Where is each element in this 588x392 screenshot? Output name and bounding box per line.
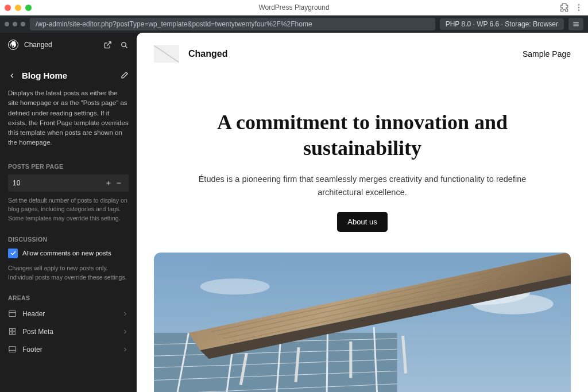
footer-icon [8, 345, 17, 354]
panel-header: Blog Home [0, 57, 137, 86]
allow-comments-checkbox[interactable] [8, 249, 18, 258]
discussion-label: DISCUSSION [0, 229, 137, 246]
browser-menu-icon[interactable] [574, 3, 583, 12]
posts-per-page-value[interactable]: 10 [13, 179, 103, 187]
areas-label: AREAS [0, 288, 137, 305]
extensions-icon[interactable] [560, 3, 570, 12]
hero-section: A commitment to innovation and sustainab… [167, 110, 558, 232]
pg-dot [21, 22, 25, 26]
svg-point-0 [578, 4, 579, 5]
increment-button[interactable] [103, 178, 114, 188]
preview-site-title[interactable]: Changed [188, 49, 227, 59]
hero-image[interactable] [154, 253, 571, 392]
discussion-help: Changes will apply to new posts only. In… [0, 261, 137, 288]
post-meta-icon [8, 327, 17, 336]
playground-url-bar[interactable]: /wp-admin/site-editor.php?postType=wp_te… [30, 18, 435, 30]
header-icon [8, 309, 17, 318]
traffic-lights [5, 5, 32, 11]
panel-description: Displays the latest posts as either the … [0, 86, 137, 156]
posts-per-page-label: POSTS PER PAGE [0, 156, 137, 173]
svg-rect-16 [13, 332, 15, 334]
sidebar-header: Changed [0, 33, 137, 57]
editor-sidebar: Changed Blog Home Displays the latest po… [0, 33, 137, 392]
svg-point-22 [200, 279, 270, 295]
decrement-button[interactable] [114, 178, 124, 188]
playground-menu-button[interactable] [568, 18, 583, 30]
area-item-footer[interactable]: Footer [0, 340, 137, 358]
edit-icon[interactable] [120, 71, 129, 80]
svg-point-1 [578, 7, 579, 8]
pg-dot [5, 22, 9, 26]
hero-subtitle[interactable]: Études is a pioneering firm that seamles… [181, 173, 544, 199]
close-window-button[interactable] [5, 5, 11, 11]
svg-rect-11 [9, 311, 16, 317]
back-icon[interactable] [8, 72, 16, 80]
chevron-right-icon [122, 311, 129, 317]
allow-comments-label: Allow comments on new posts [22, 250, 111, 257]
pg-dot [13, 22, 17, 26]
hero-title[interactable]: A commitment to innovation and sustainab… [181, 110, 544, 161]
allow-comments-row: Allow comments on new posts [0, 246, 137, 261]
hero-button[interactable]: About us [337, 212, 387, 232]
svg-rect-15 [10, 332, 12, 334]
minimize-window-button[interactable] [15, 5, 21, 11]
area-label: Post Meta [22, 328, 116, 336]
panel-title: Blog Home [22, 71, 120, 80]
maximize-window-button[interactable] [25, 5, 32, 11]
svg-rect-17 [9, 347, 16, 352]
svg-rect-13 [10, 329, 12, 331]
preview-site-nav: Sample Page [523, 49, 571, 59]
site-name[interactable]: Changed [24, 41, 52, 49]
nav-link-sample-page[interactable]: Sample Page [523, 49, 571, 59]
playground-env-badge[interactable]: PHP 8.0 · WP 6.6 · Storage: Browser [440, 18, 564, 30]
posts-per-page-control[interactable]: 10 [8, 174, 129, 192]
browser-chrome-right [560, 3, 583, 12]
open-site-icon[interactable] [103, 41, 112, 49]
browser-chrome: WordPress Playground [0, 0, 588, 15]
site-editor: Changed Blog Home Displays the latest po… [0, 33, 588, 392]
search-icon[interactable] [120, 41, 129, 49]
area-item-post-meta[interactable]: Post Meta [0, 323, 137, 340]
area-label: Footer [22, 346, 116, 354]
chevron-right-icon [122, 328, 129, 335]
svg-line-7 [125, 46, 127, 48]
svg-rect-14 [13, 329, 15, 331]
svg-point-2 [578, 9, 579, 10]
browser-tab-title: WordPress Playground [258, 3, 329, 11]
wordpress-logo-icon[interactable] [8, 40, 18, 50]
canvas-wrap: Changed Sample Page A commitment to inno… [137, 33, 588, 392]
area-item-header[interactable]: Header [0, 305, 137, 323]
site-preview-canvas[interactable]: Changed Sample Page A commitment to inno… [137, 33, 588, 392]
svg-point-6 [122, 42, 126, 46]
playground-dots [5, 22, 25, 26]
preview-site-header: Changed Sample Page [137, 33, 588, 75]
area-label: Header [22, 310, 116, 318]
site-logo-placeholder[interactable] [154, 45, 179, 63]
playground-toolbar: /wp-admin/site-editor.php?postType=wp_te… [0, 15, 588, 33]
posts-per-page-help: Set the default number of posts to displ… [0, 193, 137, 229]
chevron-right-icon [122, 346, 129, 353]
